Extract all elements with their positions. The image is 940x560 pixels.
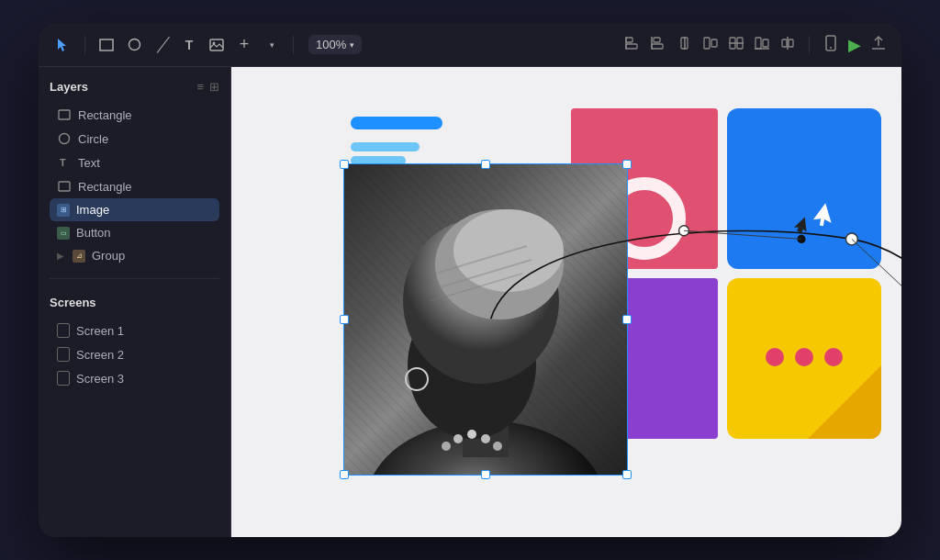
layers-header-icons: ≡ ⊞ — [196, 80, 219, 94]
svg-rect-5 — [626, 38, 632, 42]
screen-icon-3 — [57, 371, 70, 386]
screen-icon-1 — [57, 323, 70, 338]
svg-point-44 — [467, 430, 476, 439]
align-tool-1[interactable] — [625, 36, 642, 54]
add-tool[interactable]: + — [234, 35, 254, 55]
svg-point-2 — [129, 39, 140, 50]
layers-list-icon[interactable]: ≡ — [196, 80, 204, 94]
yellow-triangle — [808, 365, 881, 439]
layers-header: Layers ≡ ⊞ — [50, 80, 219, 94]
svg-rect-19 — [763, 39, 768, 47]
layer-label-rectangle-2: Rectangle — [78, 180, 132, 194]
select-tool[interactable] — [53, 35, 73, 55]
device-icon[interactable] — [822, 35, 839, 55]
align-tool-4[interactable] — [702, 36, 719, 54]
svg-point-48 — [493, 442, 502, 451]
svg-rect-22 — [782, 39, 787, 47]
layers-grid-icon[interactable]: ⊞ — [209, 80, 219, 94]
layer-label-button: Button — [76, 226, 111, 240]
svg-rect-1 — [100, 39, 113, 50]
sidebar: Layers ≡ ⊞ Rectangle — [39, 67, 231, 537]
group-layer-icon: ⊿ — [73, 250, 85, 263]
layer-item-rectangle-2[interactable]: Rectangle — [50, 174, 219, 198]
screen-icon-2 — [57, 347, 70, 362]
sidebar-divider — [50, 278, 219, 279]
screen-label-1: Screen 1 — [76, 324, 124, 338]
yellow-dot-2 — [795, 348, 813, 366]
svg-point-47 — [442, 442, 451, 451]
screens-header: Screens — [50, 296, 219, 309]
svg-rect-14 — [711, 39, 717, 47]
layer-item-image[interactable]: ⊞ Image — [50, 198, 219, 221]
layer-item-circle[interactable]: Circle — [50, 127, 219, 151]
play-button[interactable]: ▶ — [848, 35, 861, 55]
toolbar-separator-2 — [293, 36, 294, 54]
layers-title: Layers — [50, 80, 88, 94]
svg-rect-33 — [820, 218, 824, 227]
export-icon[interactable] — [870, 35, 887, 55]
layer-item-text[interactable]: T Text — [50, 151, 219, 174]
layer-label-image: Image — [76, 203, 109, 217]
align-tool-5[interactable] — [728, 36, 744, 54]
yellow-dot-1 — [766, 348, 784, 366]
group-expand-icon[interactable]: ▶ — [57, 251, 64, 261]
layer-item-button[interactable]: ▭ Button — [50, 221, 219, 244]
canvas-area[interactable] — [231, 67, 901, 537]
align-tool-2[interactable] — [651, 36, 667, 54]
app-window: ╱ T + ▾ 100% ▾ — [39, 23, 901, 537]
svg-rect-3 — [210, 39, 223, 50]
svg-point-29 — [60, 134, 70, 144]
align-tool-3[interactable] — [677, 36, 693, 54]
button-layer-icon: ▭ — [57, 227, 70, 240]
screen-item-2[interactable]: Screen 2 — [50, 342, 219, 366]
yellow-dot-3 — [824, 348, 843, 366]
svg-rect-13 — [704, 38, 710, 49]
toolbar-separator-3 — [809, 36, 810, 54]
image-tool[interactable] — [207, 35, 227, 55]
toolbar-right: ▶ — [625, 35, 887, 55]
screens-title: Screens — [50, 296, 96, 309]
toolbar: ╱ T + ▾ 100% ▾ — [39, 23, 901, 67]
align-tool-6[interactable] — [754, 36, 770, 54]
layer-item-rectangle-1[interactable]: Rectangle — [50, 103, 219, 127]
svg-rect-18 — [755, 38, 761, 49]
layer-label-text: Text — [78, 156, 100, 170]
text-tool[interactable]: T — [179, 35, 199, 55]
add-chevron[interactable]: ▾ — [262, 35, 282, 55]
blue-bar-2 — [351, 142, 420, 151]
svg-rect-28 — [59, 110, 70, 119]
svg-rect-8 — [654, 38, 660, 42]
layer-label-circle: Circle — [78, 132, 108, 146]
svg-text:T: T — [60, 157, 66, 168]
toolbar-separator-1 — [84, 36, 85, 54]
zoom-value: 100% — [316, 38, 346, 51]
text-layer-icon: T — [57, 155, 72, 170]
circle-icon — [57, 131, 72, 146]
image-layer-icon: ⊞ — [57, 204, 70, 217]
layers-section: Layers ≡ ⊞ Rectangle — [39, 67, 230, 274]
blue-bar-1 — [351, 117, 442, 129]
zoom-selector[interactable]: 100% ▾ — [308, 35, 362, 54]
yellow-dots — [766, 348, 843, 366]
screen-item-1[interactable]: Screen 1 — [50, 319, 219, 342]
canvas-content — [231, 67, 901, 537]
rectangle-tool[interactable] — [96, 35, 117, 55]
rect-icon-1 — [57, 107, 72, 122]
layer-label-group: Group — [92, 249, 125, 263]
circle-tool[interactable] — [124, 35, 144, 55]
svg-point-46 — [453, 434, 463, 443]
screen-label-2: Screen 2 — [76, 348, 124, 362]
main-area: Layers ≡ ⊞ Rectangle — [39, 67, 901, 537]
color-block-blue — [727, 108, 881, 269]
rect-icon-2 — [57, 179, 72, 194]
screen-item-3[interactable]: Screen 3 — [50, 366, 219, 390]
person-image — [343, 163, 628, 476]
svg-rect-9 — [652, 44, 663, 49]
svg-rect-23 — [789, 39, 793, 47]
screens-section: Screens Screen 1 Screen 2 Screen 3 — [39, 283, 230, 398]
layer-item-group[interactable]: ▶ ⊿ Group — [50, 244, 219, 267]
align-tool-7[interactable] — [779, 36, 796, 54]
pen-tool[interactable]: ╱ — [151, 35, 172, 55]
screen-label-3: Screen 3 — [76, 372, 124, 386]
color-block-yellow — [727, 278, 881, 439]
